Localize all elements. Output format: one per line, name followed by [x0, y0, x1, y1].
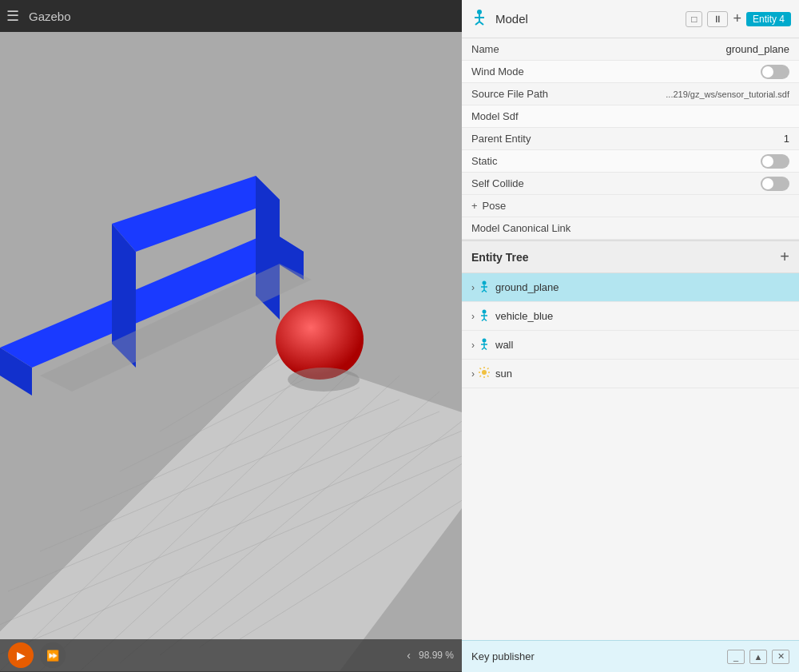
prop-pose: + Pose [462, 195, 799, 217]
viewport-controls: ▶ ⏩ [8, 642, 66, 668]
prop-static: Static [462, 150, 799, 173]
svg-line-87 [480, 368, 482, 369]
entity-tree-add-button[interactable]: + [780, 248, 789, 266]
key-publisher-close-btn[interactable]: ✕ [772, 650, 789, 664]
prop-parent-entity: Parent Entity 1 [462, 128, 799, 150]
svg-point-60 [288, 368, 360, 392]
viewport-arrow-left[interactable]: ‹ [407, 649, 411, 662]
tree-item-label-ground-plane: ground_plane [495, 281, 559, 293]
svg-line-88 [487, 376, 489, 377]
prop-source-path-value: ...219/gz_ws/sensor_tutorial.sdf [666, 89, 789, 99]
svg-line-76 [484, 319, 487, 321]
key-publisher-actions: _ ▲ ✕ [727, 650, 789, 664]
play-button[interactable]: ▶ [8, 642, 34, 668]
model-icon-ground-plane [478, 280, 491, 296]
prop-pose-label: Pose [483, 200, 789, 212]
prop-name-label: Name [471, 43, 725, 55]
tree-item-label-vehicle-blue: vehicle_blue [495, 310, 553, 322]
entity-tree-list: › ground_plane › [462, 273, 799, 388]
prop-wind-mode-label: Wind Mode [471, 66, 761, 78]
svg-point-72 [483, 309, 487, 313]
prop-self-collide: Self Collide [462, 173, 799, 195]
model-icon-wall [478, 337, 491, 353]
prop-wind-mode: Wind Mode [462, 61, 799, 83]
tree-item-wall[interactable]: › wall [462, 331, 799, 360]
key-publisher-title: Key publisher [471, 650, 727, 662]
svg-line-90 [480, 376, 482, 377]
key-publisher-expand-btn[interactable]: ▲ [749, 650, 767, 664]
tree-item-label-wall: wall [495, 339, 513, 351]
model-header: Model □ ⏸ + Entity 4 [462, 0, 799, 38]
pause-button[interactable]: ⏸ [707, 11, 728, 27]
svg-point-59 [276, 300, 364, 380]
svg-line-65 [475, 22, 479, 25]
svg-line-75 [482, 319, 484, 321]
wind-mode-toggle[interactable] [761, 65, 789, 79]
svg-point-67 [483, 280, 487, 284]
model-icon [470, 7, 489, 30]
entity-badge: Entity 4 [746, 12, 791, 26]
model-title: Model [495, 12, 679, 26]
scene-svg: › [0, 32, 462, 671]
svg-point-62 [477, 10, 482, 14]
prop-source-path-label: Source File Path [471, 88, 666, 100]
svg-point-77 [483, 338, 487, 342]
prop-parent-entity-value: 1 [784, 133, 789, 145]
prop-canonical-link: Model Canonical Link [462, 217, 799, 240]
model-icon-vehicle-blue [478, 308, 491, 324]
entity-tree-header: Entity Tree + [462, 240, 799, 273]
key-publisher-minimize-btn[interactable]: _ [727, 650, 745, 664]
tree-item-ground-plane[interactable]: › ground_plane [462, 273, 799, 302]
static-knob [762, 156, 773, 167]
prop-source-path: Source File Path ...219/gz_ws/sensor_tut… [462, 83, 799, 105]
chevron-icon-sun[interactable]: › [471, 368, 475, 380]
svg-line-71 [484, 290, 487, 292]
prop-model-sdf-label: Model Sdf [471, 110, 789, 122]
prop-parent-entity-label: Parent Entity [471, 133, 784, 145]
prop-model-sdf: Model Sdf [462, 105, 799, 128]
prop-static-label: Static [471, 155, 761, 167]
pose-expand-icon[interactable]: + [471, 200, 478, 212]
prop-name-value: ground_plane [725, 43, 789, 55]
properties-panel: Name ground_plane Wind Mode Source File … [462, 38, 799, 240]
header-actions: □ ⏸ + Entity 4 [686, 10, 791, 27]
svg-line-70 [482, 290, 484, 292]
sun-icon [478, 366, 491, 382]
chevron-icon-vehicle-blue[interactable]: › [471, 311, 475, 322]
menu-icon[interactable]: ☰ [6, 7, 19, 25]
tree-item-vehicle-blue[interactable]: › vehicle_blue [462, 302, 799, 331]
key-publisher: Key publisher _ ▲ ✕ [462, 640, 799, 672]
tree-item-label-sun: sun [495, 368, 512, 380]
chevron-icon-wall[interactable]: › [471, 340, 475, 351]
right-panel: Model □ ⏸ + Entity 4 Name ground_plane W… [462, 0, 799, 672]
self-collide-toggle[interactable] [761, 177, 789, 191]
fast-forward-button[interactable]: ⏩ [40, 642, 66, 668]
viewport[interactable]: › ▶ ⏩ ‹ 98.99 % [0, 32, 462, 671]
prop-canonical-link-label: Model Canonical Link [471, 222, 789, 234]
chevron-icon-ground-plane[interactable]: › [471, 282, 475, 293]
add-button[interactable]: + [733, 10, 741, 27]
app-title: Gazebo [29, 10, 71, 23]
static-toggle[interactable] [761, 154, 789, 169]
prop-name: Name ground_plane [462, 38, 799, 61]
viewport-percent: 98.99 % [419, 650, 454, 661]
svg-line-66 [479, 22, 483, 25]
tree-item-sun[interactable]: › sun [462, 360, 799, 388]
svg-line-89 [487, 368, 489, 369]
svg-line-81 [484, 348, 487, 350]
svg-point-82 [482, 370, 487, 375]
wind-mode-knob [762, 66, 773, 78]
self-collide-knob [762, 178, 773, 189]
svg-line-80 [482, 348, 484, 350]
entity-tree-title: Entity Tree [471, 251, 780, 264]
viewport-bottom: ▶ ⏩ ‹ 98.99 % [0, 639, 462, 671]
prop-self-collide-label: Self Collide [471, 177, 761, 189]
window-button[interactable]: □ [686, 11, 702, 27]
